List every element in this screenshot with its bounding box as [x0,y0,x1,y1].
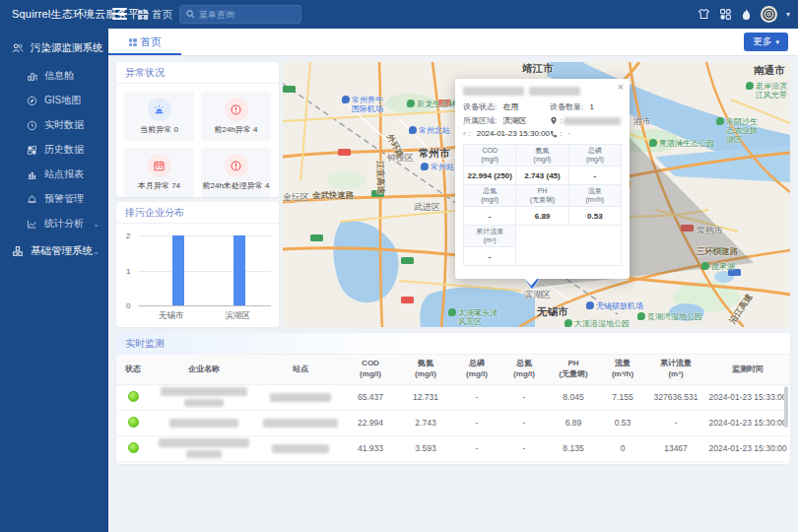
status-ok-dot [128,442,139,453]
calendar-icon [148,154,171,177]
status-card-24h: 前24h异常 4 [201,92,271,141]
sidebar-item-info-cabin[interactable]: 信息舱 [0,64,108,88]
sidebar-item-statistics[interactable]: 统计分析 ⌄ [0,212,108,235]
map-label-poi: 昆承湖 [701,262,751,271]
status-card-month: 本月异常 74 [124,148,194,197]
sidebar-section-pollution-monitor[interactable]: 污染源监测系统 ⌃ [0,36,108,60]
metric-header: 累计流量(m³) [464,226,516,247]
gis-map[interactable]: 靖江市 南通市 老岸沿滨江风光带 常阴沙生态农业旅游区 黄泗浦生态公园 港市 常… [283,62,790,327]
breadcrumb[interactable]: 首页 [138,0,172,29]
sidebar-item-realtime-data[interactable]: 实时数据 [0,113,108,137]
abnormal-status-panel: 异常状况 当前异常 0 前24h异常 4 本月异常 74 前24h未处理异常 4 [116,62,279,197]
y-axis-tick: 1 [126,266,130,275]
user-avatar[interactable] [761,6,777,23]
location-pin-icon [550,116,558,125]
chevron-down-icon: ⌄ [93,220,100,229]
cell-cum-flow: - [646,410,705,435]
map-label-city: 无锡市 [537,305,568,317]
cell-ph: 8.135 [548,435,599,461]
redacted-enterprise-name [150,438,258,458]
close-icon[interactable]: × [618,81,624,93]
table-header-row: 状态 企业名称 站点 COD(mg/l) 氨氮(mg/l) 总磷(mg/l) 总… [116,355,790,384]
realtime-monitor-table: 状态 企业名称 站点 COD(mg/l) 氨氮(mg/l) 总磷(mg/l) 总… [116,355,790,462]
dashboard-icon [26,70,37,82]
time-field: : 2024-01-23 15:30:00 [463,129,550,138]
airport-marker-icon [342,96,350,103]
menu-search-box[interactable] [179,5,301,24]
map-label-poi: 常州奔牛国际机场 [342,96,387,113]
enterprise-distribution-title: 排污企业分布 [116,202,279,224]
map-label-city: 南通市 [754,64,785,76]
tab-active-underline [108,53,181,55]
map-label-town: 武进区 [414,202,440,212]
sidebar-item-label: 历史数据 [44,143,84,157]
redacted-enterprise-name [150,387,258,407]
table-row[interactable]: 22.994 2.743 - - 6.89 0.53 - 2024-01-23 … [116,410,790,435]
cell-nh3n: 2.743 [398,410,453,435]
tab-home-label: 首页 [141,35,162,49]
cell-tp: - [453,410,500,435]
metric-header: 流量(m³/h) [568,185,621,207]
tab-home-icon [129,38,137,46]
app-window: Squirrel生态环境云服务平台 首页 ▾ 污染源监测系统 ⌃ [0,0,798,532]
metric-value: - [464,247,516,266]
metric-header: PH(无量纲) [516,185,568,207]
map-label-town: 港市 [633,116,651,126]
table-row[interactable]: 41.933 3.593 - - 8.135 0 13467 2024-01-2… [116,435,790,461]
status-ok-dot [128,391,139,402]
header-action-icons: ▾ [698,0,790,29]
users-icon [12,42,24,54]
sidebar-section-basic-manage[interactable]: 基础管理系统 ⌄ [0,239,108,263]
lake-marker-icon [701,262,709,270]
col-cod: COD(mg/l) [343,355,398,384]
col-site: 站点 [258,355,343,384]
cell-tn: - [500,435,548,461]
abnormal-status-title: 异常状况 [116,62,279,84]
chevron-down-icon: ▾ [775,38,779,46]
cell-flow: 0.53 [599,410,646,435]
map-label-town: 滨湖区 [524,290,551,299]
bar-binhu [233,235,245,305]
line-chart-icon [26,218,37,230]
sidebar-item-label: GIS地图 [44,94,81,107]
map-label-poi: 黄泗浦生态公园 [649,139,718,148]
sidebar-item-site-report[interactable]: 站点报表 [0,163,108,186]
map-label-town: 金坛区 [283,192,309,202]
cell-cod: 65.437 [343,384,398,410]
popup-metrics-table: COD(mg/l) 氨氮(mg/l) 总磷(mg/l) 22.994 (250)… [463,144,622,266]
menu-toggle-icon[interactable] [112,8,127,21]
status-card-unhandled: 前24h未处理异常 4 [201,148,271,197]
flame-icon[interactable] [741,8,752,21]
avatar-image [763,8,775,21]
metric-header: COD(mg/l) [464,145,516,166]
phone-icon [550,130,558,138]
theme-skin-icon[interactable] [698,8,710,21]
bar-report-icon [26,168,37,180]
menu-search-input[interactable] [199,10,295,20]
device-status-field: 设备状态: 在用 [463,101,550,112]
bar-chart-plot: 2 1 0 [138,235,271,306]
sidebar-item-gis-map[interactable]: GIS地图 [0,89,108,112]
map-label-road: 江宜高速 [374,161,385,194]
modules-icon [12,245,24,257]
alert-clock-icon [225,98,248,121]
clock-icon [463,129,466,138]
status-card-label: 本月异常 74 [138,180,180,191]
status-ok-dot [128,417,139,428]
sidebar-navigation: 污染源监测系统 ⌃ 信息舱 GIS地图 实时数据 历史数据 站点报表 预警管理 [0,29,108,532]
col-ph: PH(无量纲) [548,355,599,384]
col-tn: 总氮(mg/l) [500,355,548,384]
metric-header: 总氮(mg/l) [464,185,516,207]
more-button[interactable]: 更多 ▾ [744,33,788,51]
sidebar-item-alarm-manage[interactable]: 预警管理 [0,187,108,211]
col-cum-flow: 累计流量(m³) [646,355,705,384]
tab-home[interactable]: 首页 [108,29,181,56]
sidebar-item-history-data[interactable]: 历史数据 [0,138,108,162]
status-card-current: 当前异常 0 [124,92,194,141]
table-row[interactable]: 65.437 12.731 - - 8.045 7.155 327636.531… [116,384,790,410]
user-menu-chevron-down-icon[interactable]: ▾ [786,10,790,19]
cell-time: 2024-01-23 15:33:00 [705,384,790,410]
layout-screens-icon[interactable] [719,8,732,21]
col-flow: 流量(m³/h) [599,355,646,384]
table-scrollbar[interactable] [784,386,788,428]
